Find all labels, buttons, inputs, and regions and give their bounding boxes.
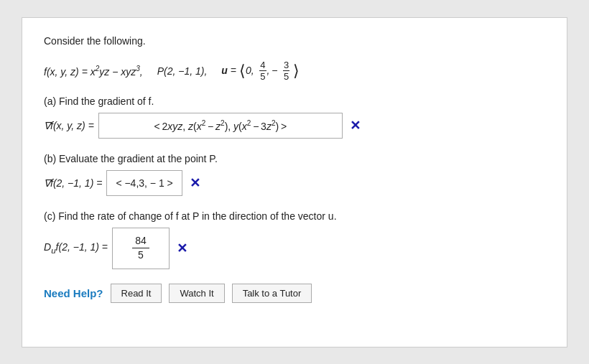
- talk-to-tutor-button[interactable]: Talk to a Tutor: [232, 284, 312, 303]
- need-help-label: Need Help?: [44, 287, 103, 299]
- part-c-answer-label: Duf(2, −1, 1) =: [44, 241, 108, 255]
- part-a-label: (a) Find the gradient of f.: [44, 95, 545, 107]
- main-card: Consider the following. f(x, y, z) = x2y…: [22, 17, 567, 347]
- part-c-clear-button[interactable]: ✕: [177, 241, 187, 256]
- part-b-answer-row: ∇f(2, −1, 1) = < −4,3, − 1 > ✕: [44, 170, 545, 196]
- part-b-answer-box[interactable]: < −4,3, − 1 >: [106, 170, 182, 196]
- part-a-answer-row: ∇f(x, y, z) = < 2xyz, z(x2 − z2), y(x2 −…: [44, 113, 545, 139]
- read-it-button[interactable]: Read It: [111, 284, 162, 303]
- part-a-section: (a) Find the gradient of f. ∇f(x, y, z) …: [44, 95, 545, 139]
- part-c-numerator: 84: [132, 234, 149, 249]
- right-angle: ⟩: [293, 62, 300, 80]
- vector-frac-1: 4 5: [259, 60, 266, 83]
- function-def: f(x, y, z) = x2yz − xyz3,: [44, 65, 143, 78]
- part-a-answer-text: < 2xyz, z(x2 − z2), y(x2 − 3z2) >: [154, 119, 287, 132]
- left-angle: ⟨: [239, 62, 246, 80]
- intro-text: Consider the following.: [44, 35, 545, 47]
- watch-it-button[interactable]: Watch It: [169, 284, 224, 303]
- part-c-answer-row: Duf(2, −1, 1) = 84 5 ✕: [44, 228, 545, 269]
- point-def: P(2, −1, 1),: [157, 65, 208, 77]
- vector-frac-2: 3 5: [283, 60, 289, 83]
- part-c-label: (c) Find the rate of change of f at P in…: [44, 210, 545, 222]
- need-help-row: Need Help? Read It Watch It Talk to a Tu…: [44, 284, 545, 303]
- part-b-label: (b) Evaluate the gradient at the point P…: [44, 153, 545, 164]
- vector-def: u = ⟨0, 4 5 , − 3 5 ⟩: [221, 60, 300, 83]
- part-b-clear-button[interactable]: ✕: [190, 175, 200, 191]
- part-b-section: (b) Evaluate the gradient at the point P…: [44, 153, 545, 196]
- part-c-section: (c) Find the rate of change of f at P in…: [44, 210, 545, 269]
- part-c-denominator: 5: [135, 248, 147, 263]
- part-a-answer-label: ∇f(x, y, z) =: [44, 120, 94, 131]
- part-a-clear-button[interactable]: ✕: [350, 118, 361, 134]
- part-c-fraction: 84 5: [132, 234, 149, 263]
- part-b-answer-label: ∇f(2, −1, 1) =: [44, 177, 102, 189]
- problem-statement: f(x, y, z) = x2yz − xyz3, P(2, −1, 1), u…: [44, 60, 545, 83]
- part-b-answer-text: < −4,3, − 1 >: [116, 177, 172, 189]
- part-a-answer-box[interactable]: < 2xyz, z(x2 − z2), y(x2 − 3z2) >: [98, 113, 343, 139]
- part-c-answer-box[interactable]: 84 5: [112, 228, 170, 269]
